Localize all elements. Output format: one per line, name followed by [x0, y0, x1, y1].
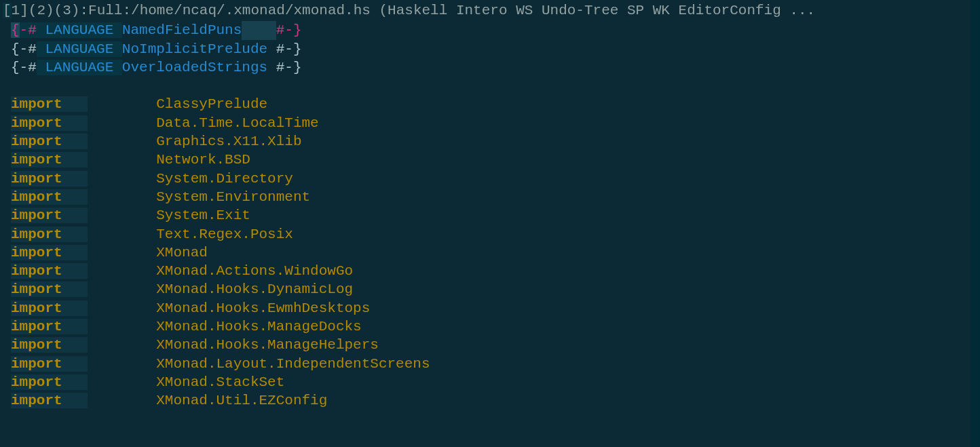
module-name: Text.Regex.Posix — [156, 227, 293, 242]
pragma-line: {-# LANGUAGE NoImplicitPrelude #-} — [11, 40, 969, 58]
import-line: import System.Environment — [11, 188, 969, 206]
module-name: XMonad.Hooks.ManageDocks — [156, 319, 361, 334]
import-line: import XMonad.StackSet — [11, 373, 969, 391]
module-name: XMonad.Hooks.EwmhDesktops — [156, 300, 370, 316]
import-keyword: import — [11, 319, 62, 334]
import-line: import ClassyPrelude — [11, 95, 969, 113]
pragma-line: {-# LANGUAGE OverloadedStrings #-} — [11, 58, 969, 77]
module-name: Data.Time.LocalTime — [156, 115, 318, 131]
mode-line: [1](2)(3):Full:/home/ncaq/.xmonad/xmonad… — [0, 0, 980, 21]
import-keyword: import — [11, 300, 62, 316]
import-line: import XMonad.Hooks.DynamicLog — [11, 280, 969, 298]
import-line: import XMonad.Hooks.EwmhDesktops — [11, 299, 969, 317]
module-name: XMonad.Hooks.DynamicLog — [156, 281, 353, 297]
import-line: import System.Directory — [11, 170, 969, 188]
import-keyword: import — [11, 337, 62, 353]
import-keyword: import — [11, 96, 62, 112]
import-keyword: import — [11, 115, 62, 131]
module-name: XMonad.Hooks.ManageHelpers — [156, 337, 379, 353]
pragma-open: {-# — [11, 60, 37, 75]
module-name: XMonad.StackSet — [156, 374, 284, 390]
import-line: import System.Exit — [11, 206, 969, 225]
import-keyword: import — [11, 356, 62, 372]
import-line: import XMonad.Util.EZConfig — [11, 391, 969, 410]
import-keyword: import — [11, 208, 62, 223]
module-name: System.Environment — [156, 189, 310, 205]
module-name: Network.BSD — [156, 152, 250, 168]
import-line: import XMonad — [11, 244, 969, 262]
pragma-open-rest: -# — [20, 22, 37, 38]
import-keyword: import — [11, 374, 62, 390]
pragma-open: {-# — [11, 41, 37, 57]
import-keyword: import — [11, 134, 62, 149]
pragma-close: #-} — [276, 22, 302, 38]
import-line: import XMonad.Hooks.ManageHelpers — [11, 336, 969, 354]
module-name: ClassyPrelude — [156, 96, 267, 112]
module-name: XMonad.Layout.IndependentScreens — [156, 356, 430, 372]
pragma-name: NamedFieldPuns — [122, 22, 242, 38]
pragma-name: NoImplicitPrelude — [122, 41, 267, 57]
import-keyword: import — [11, 263, 62, 279]
import-keyword: import — [11, 393, 62, 408]
cursor-region — [242, 21, 276, 39]
import-line: import Graphics.X11.Xlib — [11, 132, 969, 151]
import-keyword: import — [11, 189, 62, 205]
module-name: XMonad — [156, 245, 208, 260]
scrollbar[interactable] — [970, 0, 980, 447]
import-line: import Data.Time.LocalTime — [11, 114, 969, 132]
import-keyword: import — [11, 281, 62, 297]
code-editor[interactable]: {-# LANGUAGE NamedFieldPuns #-}{-# LANGU… — [0, 21, 980, 410]
import-line: import XMonad.Layout.IndependentScreens — [11, 355, 969, 373]
import-line: import Network.BSD — [11, 151, 969, 169]
language-keyword: LANGUAGE — [45, 60, 113, 75]
import-keyword: import — [11, 171, 62, 187]
module-name: System.Directory — [156, 171, 293, 187]
import-keyword: import — [11, 245, 62, 260]
import-keyword: import — [11, 152, 62, 168]
module-name: Graphics.X11.Xlib — [156, 134, 301, 149]
module-name: XMonad.Util.EZConfig — [156, 393, 327, 408]
import-line: import Text.Regex.Posix — [11, 225, 969, 244]
pragma-close: #-} — [276, 41, 302, 57]
pragma-line: {-# LANGUAGE NamedFieldPuns #-} — [11, 21, 969, 39]
language-keyword: LANGUAGE — [45, 22, 113, 38]
language-keyword: LANGUAGE — [45, 41, 113, 57]
module-name: XMonad.Actions.WindowGo — [156, 263, 353, 279]
import-line: import XMonad.Hooks.ManageDocks — [11, 317, 969, 336]
pragma-close: #-} — [276, 60, 302, 75]
import-line: import XMonad.Actions.WindowGo — [11, 262, 969, 280]
module-name: System.Exit — [156, 208, 250, 223]
pragma-name: OverloadedStrings — [122, 60, 267, 75]
import-keyword: import — [11, 227, 62, 242]
pragma-open-brace: { — [11, 22, 20, 38]
